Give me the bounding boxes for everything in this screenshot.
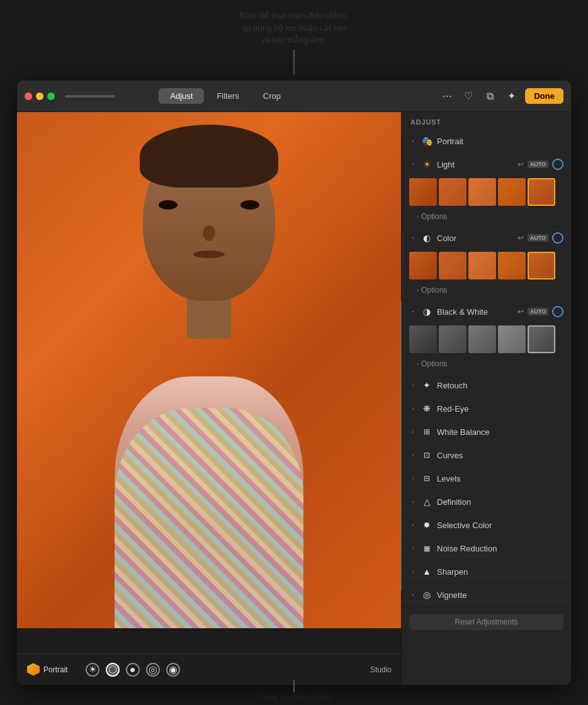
- photo-placeholder: [17, 112, 401, 628]
- adjust-item-sharpen: › ▲ Sharpen: [402, 560, 571, 584]
- color-thumb-3[interactable]: [468, 252, 496, 279]
- light-thumb-3[interactable]: [468, 178, 496, 206]
- bw-thumb-5[interactable]: [528, 325, 555, 353]
- light-thumb-4[interactable]: [498, 178, 526, 206]
- color-thumb-2[interactable]: [439, 252, 466, 279]
- light-icon: ☀: [421, 158, 433, 171]
- light-controls: ↩ AUTO: [517, 159, 563, 170]
- chevron-levels: ›: [409, 475, 417, 482]
- more-options-icon[interactable]: ⋯: [439, 89, 455, 104]
- bw-thumb-4[interactable]: [498, 325, 526, 353]
- curves-icon: ⊡: [421, 449, 433, 461]
- definition-icon: △: [421, 495, 433, 508]
- bottom-line: [293, 680, 295, 692]
- portrait-badge: Portrait: [27, 663, 68, 676]
- enhance-icon[interactable]: ✦: [504, 89, 519, 104]
- adjust-row-noisereduction[interactable]: › ▦ Noise Reduction: [402, 537, 571, 560]
- sun-icon[interactable]: ☀: [86, 663, 99, 677]
- adjust-item-levels: › ⊟ Levels: [402, 467, 571, 490]
- color-auto-badge[interactable]: AUTO: [528, 234, 548, 242]
- bw-toggle[interactable]: [552, 306, 563, 317]
- portrait-label: Portrait: [43, 665, 68, 674]
- light-thumb-5[interactable]: [528, 178, 555, 206]
- bw-thumb-3[interactable]: [468, 325, 496, 353]
- cube-icon[interactable]: ⬡: [106, 663, 120, 677]
- light-undo-icon[interactable]: ↩: [517, 160, 524, 169]
- adjust-row-curves[interactable]: › ⊡ Curves: [402, 444, 571, 466]
- content-area: Portrait ☀ ⬡ ● ◎ ◉ Studio ADJUST › 🎭: [17, 112, 571, 685]
- color-options-chevron: ›: [417, 287, 419, 293]
- adjust-item-redeye: › ❋ Red-Eye: [402, 397, 571, 420]
- chevron-light: ›: [409, 161, 417, 168]
- reset-adjustments-button[interactable]: Reset Adjustments: [409, 614, 563, 630]
- chevron-curves: ›: [409, 451, 417, 459]
- tab-crop[interactable]: Crop: [252, 88, 292, 104]
- tab-filters[interactable]: Filters: [205, 88, 250, 104]
- color-controls: ↩ AUTO: [517, 232, 563, 244]
- tab-adjust[interactable]: Adjust: [159, 88, 204, 104]
- adjust-row-levels[interactable]: › ⊟ Levels: [402, 467, 571, 490]
- light-thumb-1[interactable]: [409, 178, 437, 206]
- brightness-slider[interactable]: [65, 95, 115, 98]
- adjust-row-sharpen[interactable]: › ▲ Sharpen: [402, 560, 571, 583]
- heart-icon[interactable]: ♡: [461, 89, 476, 104]
- light-thumb-2[interactable]: [439, 178, 466, 206]
- color-thumb-4[interactable]: [498, 252, 526, 279]
- close-button[interactable]: [25, 93, 32, 100]
- bw-undo-icon[interactable]: ↩: [517, 307, 524, 316]
- light-options-row[interactable]: › Options: [402, 210, 571, 226]
- adjust-row-selectivecolor[interactable]: › ✸ Selective Color: [402, 514, 571, 536]
- bw-options-row[interactable]: › Options: [402, 357, 571, 373]
- tooltip-line: [293, 50, 295, 75]
- color-thumb-5[interactable]: [528, 252, 555, 279]
- light-options-label: Options: [421, 212, 447, 221]
- light-auto-badge[interactable]: AUTO: [528, 161, 548, 168]
- adjust-row-portrait[interactable]: › 🎭 Portrait: [402, 130, 571, 152]
- photo-area: Portrait ☀ ⬡ ● ◎ ◉ Studio: [17, 112, 401, 685]
- bw-thumb-1[interactable]: [409, 325, 437, 353]
- bw-auto-badge[interactable]: AUTO: [528, 308, 548, 315]
- color-undo-icon[interactable]: ↩: [517, 234, 524, 242]
- color-thumb-strip: [402, 249, 571, 283]
- color-toggle[interactable]: [552, 232, 563, 244]
- retouch-label: Retouch: [437, 381, 563, 390]
- circle-icon-2[interactable]: ◎: [146, 663, 160, 677]
- color-icon: ◐: [421, 232, 433, 244]
- adjust-row-whitebalance[interactable]: › ⊞ White Balance: [402, 420, 571, 443]
- adjust-row-retouch[interactable]: › ✦ Retouch: [402, 374, 571, 397]
- light-label: Light: [437, 160, 514, 169]
- bw-thumb-2[interactable]: [439, 325, 466, 353]
- adjust-row-definition[interactable]: › △ Definition: [402, 490, 571, 513]
- copy-icon[interactable]: ⧉: [482, 89, 497, 104]
- main-window: Adjust Filters Crop ⋯ ♡ ⧉ ✦ Done: [17, 81, 571, 685]
- vignette-icon: ◎: [421, 589, 433, 601]
- adjust-row-vignette[interactable]: › ◎ Vignette: [402, 584, 571, 606]
- selectivecolor-label: Selective Color: [437, 521, 563, 530]
- minimize-button[interactable]: [36, 93, 43, 100]
- adjust-row-redeye[interactable]: › ❋ Red-Eye: [402, 397, 571, 420]
- adjust-row-color[interactable]: › ◐ Color ↩ AUTO: [402, 227, 571, 249]
- chevron-sharpen: ›: [409, 568, 417, 575]
- titlebar-actions: ⋯ ♡ ⧉ ✦ Done: [439, 88, 563, 104]
- circle-icon-3[interactable]: ◉: [166, 663, 180, 677]
- portrait-label-sidebar: Portrait: [437, 137, 563, 146]
- color-options-label: Options: [421, 286, 447, 295]
- chevron-bw: ›: [409, 308, 417, 315]
- adjust-row-light[interactable]: › ☀ Light ↩ AUTO: [402, 153, 571, 176]
- redeye-label: Red-Eye: [437, 404, 563, 414]
- done-button[interactable]: Done: [525, 88, 563, 104]
- color-thumb-1[interactable]: [409, 252, 437, 279]
- definition-label: Definition: [437, 497, 563, 507]
- redeye-icon: ❋: [421, 402, 433, 415]
- adjust-item-definition: › △ Definition: [402, 490, 571, 514]
- light-toggle[interactable]: [552, 159, 563, 170]
- circle-icon-1[interactable]: ●: [126, 663, 140, 677]
- retouch-icon: ✦: [421, 379, 433, 392]
- maximize-button[interactable]: [47, 93, 55, 100]
- noisereduction-label: Noise Reduction: [437, 544, 563, 553]
- adjust-row-bw[interactable]: › ◑ Black & White ↩ AUTO: [402, 300, 571, 323]
- chevron-color: ›: [409, 234, 417, 242]
- color-options-row[interactable]: › Options: [402, 283, 571, 300]
- light-options-chevron: ›: [417, 213, 419, 220]
- adjust-item-light: › ☀ Light ↩ AUTO ›: [402, 153, 571, 227]
